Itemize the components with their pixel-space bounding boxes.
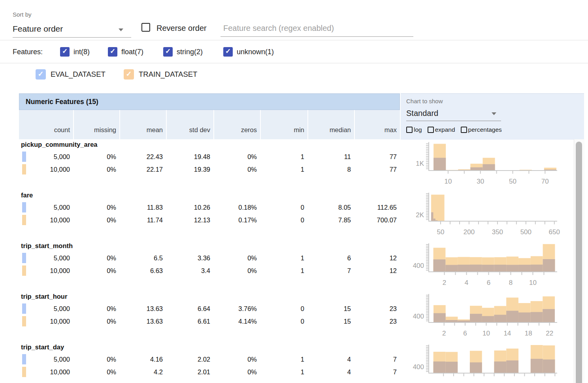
reverse-order-checkbox[interactable]: [141, 23, 150, 32]
stat-std-dev: 3.36: [166, 253, 213, 264]
axis-tick-label: 30: [477, 178, 484, 185]
column-header-zeros: zeros: [213, 110, 260, 139]
feature-type-filter-string: ✓string(2): [163, 47, 203, 57]
axis-tick-label: 18: [525, 330, 532, 337]
stat-median: 7.85: [307, 215, 354, 226]
axis-tick-label: 650: [549, 228, 560, 236]
percentages-checkbox[interactable]: [461, 127, 467, 133]
stats-row: 10,0000%4.22.010%147: [19, 367, 400, 377]
stat-mean: 22.43: [119, 152, 166, 162]
stat-std-dev: 6.64: [166, 303, 213, 314]
sort-order-dropdown[interactable]: Feature order: [13, 22, 131, 38]
stat-zeros: 0%: [213, 253, 260, 264]
stats-row: 5,0000%4.162.020%147: [19, 354, 400, 365]
chevron-down-icon: [492, 112, 496, 115]
feature-name: fare: [21, 192, 33, 199]
stat-median: 15: [307, 316, 354, 327]
feature-type-label: string(2): [177, 48, 203, 56]
dataset-checkbox[interactable]: ✓: [36, 69, 46, 80]
stat-min: 0: [260, 202, 307, 213]
stat-mean: 11.74: [119, 215, 166, 226]
dataset-toggle-train_dataset: ✓TRAIN_DATASET: [124, 69, 197, 80]
scrollbar-track[interactable]: [574, 139, 584, 383]
axis-tick-label: 400: [413, 363, 424, 371]
check-icon: ✓: [108, 47, 117, 56]
feature-type-filter-int: ✓int(8): [60, 47, 90, 57]
stat-median: 8: [307, 164, 354, 175]
stat-min: 1: [260, 367, 307, 377]
axis-tick-label: 500: [520, 228, 531, 236]
stat-min: 0: [260, 303, 307, 314]
axis-tick-label: 350: [492, 228, 503, 236]
scrollbar-thumb[interactable]: [576, 142, 582, 383]
stat-max: 77: [354, 152, 400, 162]
stat-std-dev: 2.02: [166, 354, 213, 365]
chart-type-dropdown[interactable]: Standard: [406, 106, 501, 121]
stats-row: 10,0000%13.636.614.14%01523: [19, 316, 400, 327]
checkbox-checked-icon[interactable]: ✓: [60, 47, 70, 57]
feature-name: trip_start_month: [21, 242, 73, 250]
chevron-down-icon: [119, 28, 123, 31]
axis-tick-label: 10: [529, 279, 537, 286]
feature-block-trip_start_day: trip_start_day5,0000%4.162.020%14710,000…: [19, 342, 400, 383]
stat-min: 1: [260, 265, 307, 276]
stat-median: 8.05: [307, 202, 354, 213]
log-checkbox[interactable]: [406, 127, 413, 133]
feature-search-input[interactable]: Feature search (regex enabled): [220, 21, 413, 37]
stat-count: 5,000: [19, 152, 73, 162]
column-header-missing: missing: [73, 110, 119, 139]
stat-min: 1: [260, 152, 307, 162]
axis-tick-label: 400: [413, 262, 424, 269]
stat-min: 0: [260, 316, 307, 327]
histogram-trip_start_hour: 4002610141822: [401, 291, 573, 342]
reverse-order-label: Reverse order: [156, 24, 207, 33]
axis-tick-label: 10: [482, 330, 490, 337]
stat-missing: 0%: [73, 202, 119, 213]
stat-missing: 0%: [73, 152, 119, 162]
stat-missing: 0%: [73, 354, 119, 365]
stat-count: 10,000: [19, 367, 73, 377]
stat-mean: 13.63: [119, 316, 166, 327]
stat-count: 5,000: [19, 253, 73, 264]
divider: [0, 63, 588, 63]
stat-max: 12: [354, 265, 400, 276]
stat-median: 6: [307, 253, 354, 264]
stat-mean: 6.63: [119, 265, 166, 276]
stat-count: 5,000: [19, 303, 73, 314]
stat-zeros: 0.18%: [213, 202, 260, 213]
stat-mean: 4.16: [119, 354, 166, 365]
dataset-checkbox[interactable]: ✓: [124, 69, 134, 80]
feature-block-fare: fare5,0000%11.8310.260.18%08.05112.6510,…: [19, 190, 400, 241]
stat-std-dev: 10.26: [166, 202, 213, 213]
feature-type-filter-float: ✓float(7): [108, 47, 143, 57]
stat-std-dev: 3.4: [166, 265, 213, 276]
stat-median: 11: [307, 152, 354, 162]
stat-zeros: 0%: [213, 265, 260, 276]
stat-zeros: 0%: [213, 367, 260, 377]
sort-order-value: Feature order: [13, 22, 131, 36]
check-icon: ✓: [36, 69, 46, 79]
stat-std-dev: 19.48: [166, 152, 213, 162]
stats-row: 10,0000%11.7412.130.17%07.85700.07: [19, 215, 400, 226]
stat-std-dev: 6.61: [166, 316, 213, 327]
axis-tick-label: 2: [443, 279, 446, 286]
chart-controls-panel: Chart to show Standard logexpandpercenta…: [401, 93, 584, 140]
stat-median: 15: [307, 303, 354, 314]
checkbox-checked-icon[interactable]: ✓: [108, 47, 117, 57]
stat-zeros: 0%: [213, 354, 260, 365]
stat-max: 7: [354, 354, 400, 365]
checkbox-checked-icon[interactable]: ✓: [163, 47, 173, 57]
feature-type-filter-unknown: ✓unknown(1): [223, 47, 274, 57]
stat-median: 7: [307, 265, 354, 276]
axis-tick-label: 200: [464, 228, 475, 236]
stat-missing: 0%: [73, 253, 119, 264]
feature-type-label: unknown(1): [237, 48, 274, 56]
log-label: log: [414, 126, 422, 133]
stat-max: 23: [354, 316, 400, 327]
stats-row: 5,0000%22.4319.480%11177: [19, 152, 400, 162]
checkbox-checked-icon[interactable]: ✓: [223, 47, 233, 57]
dataset-toggle-eval_dataset: ✓EVAL_DATASET: [36, 69, 106, 80]
axis-tick-label: 6: [487, 279, 490, 286]
expand-checkbox[interactable]: [428, 127, 434, 133]
stat-missing: 0%: [73, 215, 119, 226]
